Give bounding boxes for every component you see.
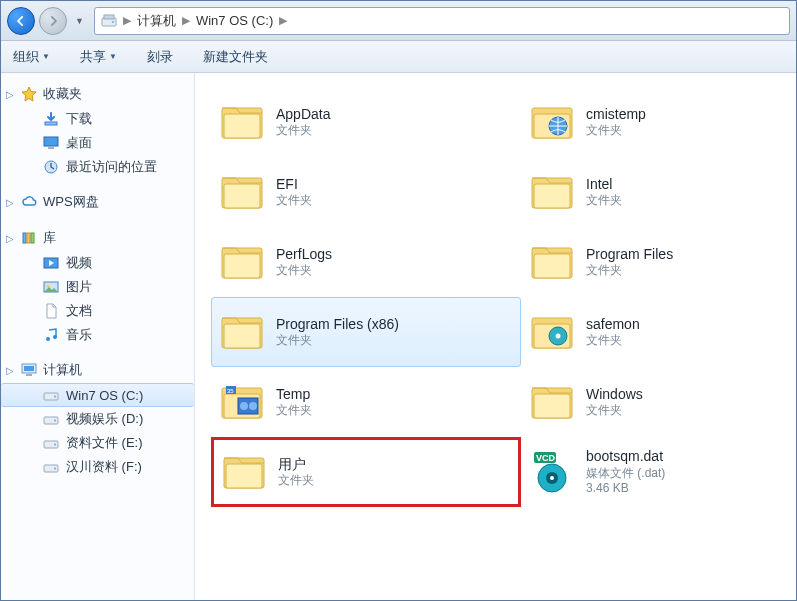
tree-collapse-icon[interactable]: ▷ <box>5 197 15 208</box>
file-type: 文件夹 <box>276 333 399 348</box>
file-item[interactable]: AppData文件夹 <box>211 87 521 157</box>
organize-button[interactable]: 组织 ▼ <box>11 45 52 69</box>
file-meta: Program Files (x86)文件夹 <box>276 316 399 349</box>
svg-point-2 <box>112 21 114 23</box>
svg-rect-3 <box>45 122 57 125</box>
folder-icon <box>528 238 576 286</box>
file-item[interactable]: Intel文件夹 <box>521 157 796 227</box>
tree-collapse-icon[interactable]: ▷ <box>5 89 15 100</box>
sidebar-item-label: 下载 <box>66 110 92 128</box>
svg-rect-4 <box>44 137 58 146</box>
file-type: 文件夹 <box>276 123 330 138</box>
sidebar-item-drive-f[interactable]: 汉川资料 (F:) <box>1 455 194 479</box>
new-folder-button[interactable]: 新建文件夹 <box>201 45 270 69</box>
back-button[interactable] <box>7 7 35 35</box>
sidebar-item-downloads[interactable]: 下载 <box>1 107 194 131</box>
tree-expand-icon[interactable]: ▷ <box>5 365 15 376</box>
file-item[interactable]: cmistemp文件夹 <box>521 87 796 157</box>
file-item[interactable]: Windows文件夹 <box>521 367 796 437</box>
breadcrumb[interactable]: ▶ 计算机 ▶ Win7 OS (C:) ▶ <box>94 7 790 35</box>
sidebar-head-libraries[interactable]: ▷ 库 <box>1 227 194 251</box>
breadcrumb-item[interactable]: Win7 OS (C:) <box>196 13 273 28</box>
svg-rect-40 <box>224 324 260 348</box>
svg-rect-17 <box>26 374 32 376</box>
file-item[interactable]: safemon文件夹 <box>521 297 796 367</box>
file-name: safemon <box>586 316 640 334</box>
forward-button[interactable] <box>39 7 67 35</box>
desktop-icon <box>43 135 59 151</box>
file-type: 媒体文件 (.dat) <box>586 466 665 481</box>
file-name: bootsqm.dat <box>586 448 665 466</box>
picture-icon <box>43 279 59 295</box>
sidebar-item-drive-c[interactable]: Win7 OS (C:) <box>1 383 194 407</box>
folder-icon <box>528 378 576 426</box>
file-item[interactable]: VCDbootsqm.dat媒体文件 (.dat)3.46 KB <box>521 437 796 507</box>
file-item[interactable]: 用户文件夹 <box>211 437 521 507</box>
sidebar-item-videos[interactable]: 视频 <box>1 251 194 275</box>
svg-point-48 <box>240 402 248 410</box>
history-dropdown[interactable]: ▼ <box>75 16 84 26</box>
sidebar-item-label: 图片 <box>66 278 92 296</box>
chevron-right-icon: ▶ <box>123 14 131 27</box>
file-item[interactable]: Program Files文件夹 <box>521 227 796 297</box>
sidebar[interactable]: ▷ 收藏夹 下载 桌面 最近访问的位置 <box>1 73 195 600</box>
file-name: Temp <box>276 386 312 404</box>
svg-point-19 <box>54 396 56 398</box>
file-name: Program Files (x86) <box>276 316 399 334</box>
sidebar-item-label: 文档 <box>66 302 92 320</box>
tree-collapse-icon[interactable]: ▷ <box>5 233 15 244</box>
breadcrumb-item[interactable]: 计算机 <box>137 12 176 30</box>
sidebar-item-pictures[interactable]: 图片 <box>1 275 194 299</box>
sidebar-head-computer[interactable]: ▷ 计算机 <box>1 359 194 383</box>
download-icon <box>43 111 59 127</box>
share-button[interactable]: 共享 ▼ <box>78 45 119 69</box>
recent-icon <box>43 159 59 175</box>
disc-icon <box>43 459 59 475</box>
burn-button[interactable]: 刻录 <box>145 45 175 69</box>
content-pane[interactable]: AppData文件夹cmistemp文件夹EFI文件夹Intel文件夹PerfL… <box>195 73 796 600</box>
svg-text:VCD: VCD <box>536 453 556 463</box>
sidebar-item-label: 汉川资料 (F:) <box>66 458 142 476</box>
sidebar-item-drive-d[interactable]: 视频娱乐 (D:) <box>1 407 194 431</box>
drive-icon <box>43 387 59 403</box>
svg-rect-7 <box>23 233 26 243</box>
file-type: 文件夹 <box>586 193 622 208</box>
file-type: 文件夹 <box>586 263 673 278</box>
chevron-right-icon: ▶ <box>182 14 190 27</box>
explorer-window: ▼ ▶ 计算机 ▶ Win7 OS (C:) ▶ 组织 ▼ 共享 ▼ 刻录 新建… <box>0 0 797 601</box>
file-item[interactable]: Program Files (x86)文件夹 <box>211 297 521 367</box>
drive-icon <box>101 13 117 29</box>
sidebar-item-drive-e[interactable]: 资料文件 (E:) <box>1 431 194 455</box>
sidebar-item-wps[interactable]: ▷ WPS网盘 <box>1 191 194 215</box>
file-item[interactable]: PerfLogs文件夹 <box>211 227 521 297</box>
svg-rect-27 <box>224 114 260 138</box>
svg-point-44 <box>556 334 561 339</box>
sidebar-item-desktop[interactable]: 桌面 <box>1 131 194 155</box>
folder-icon <box>218 308 266 356</box>
file-item[interactable]: 35Temp文件夹 <box>211 367 521 437</box>
svg-rect-16 <box>24 366 34 371</box>
toolbar: 组织 ▼ 共享 ▼ 刻录 新建文件夹 <box>1 41 796 73</box>
file-meta: cmistemp文件夹 <box>586 106 646 139</box>
svg-rect-55 <box>226 464 262 488</box>
file-item[interactable]: EFI文件夹 <box>211 157 521 227</box>
sidebar-item-documents[interactable]: 文档 <box>1 299 194 323</box>
file-name: cmistemp <box>586 106 646 124</box>
file-size: 3.46 KB <box>586 481 665 496</box>
sidebar-item-label: 桌面 <box>66 134 92 152</box>
svg-rect-1 <box>104 15 114 19</box>
sidebar-item-recent[interactable]: 最近访问的位置 <box>1 155 194 179</box>
sidebar-item-music[interactable]: 音乐 <box>1 323 194 347</box>
folder-icon <box>528 168 576 216</box>
svg-rect-9 <box>31 233 34 243</box>
sidebar-label: 库 <box>43 229 56 247</box>
document-icon <box>43 303 59 319</box>
svg-rect-36 <box>224 254 260 278</box>
sidebar-head-favorites[interactable]: ▷ 收藏夹 <box>1 83 194 107</box>
svg-point-23 <box>54 444 56 446</box>
file-type: 文件夹 <box>586 333 640 348</box>
file-meta: safemon文件夹 <box>586 316 640 349</box>
chevron-down-icon: ▼ <box>109 52 117 61</box>
body: ▷ 收藏夹 下载 桌面 最近访问的位置 <box>1 73 796 600</box>
file-meta: Program Files文件夹 <box>586 246 673 279</box>
